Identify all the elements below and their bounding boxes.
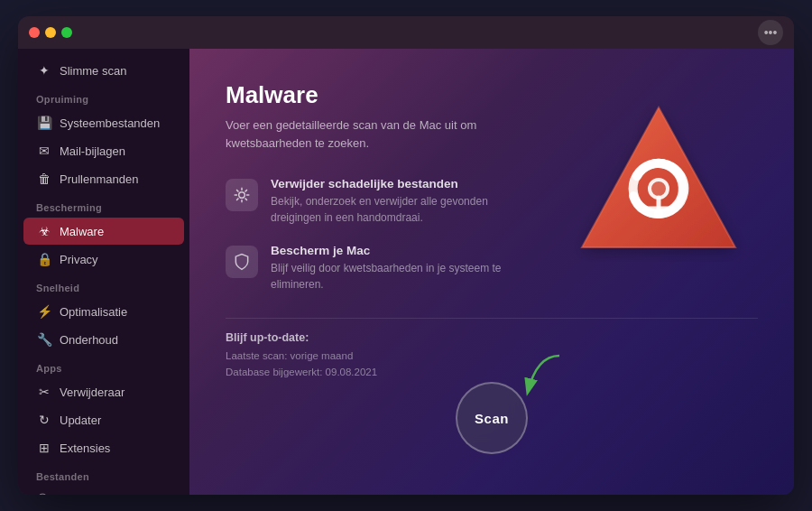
extension-icon: ⊞	[36, 441, 52, 455]
dots-icon: •••	[764, 25, 778, 40]
trash-icon: 🗑	[36, 172, 52, 186]
status-title: Blijf up-to-date:	[226, 331, 758, 344]
sidebar-item-mail-bijlagen[interactable]: ✉ Mail-bijlagen	[23, 137, 184, 164]
bug-icon	[226, 179, 258, 211]
svg-point-1	[650, 180, 668, 198]
feature-protect-title: Bescherm je Mac	[271, 244, 532, 257]
scan-button-area: Scan	[456, 382, 528, 454]
sidebar-item-extensies-label: Extensies	[60, 441, 110, 455]
feature-item-protect: Bescherm je Mac Blijf veilig door kwetsb…	[226, 244, 532, 293]
system-icon: 💾	[36, 116, 52, 130]
section-label-bescherming: Bescherming	[18, 193, 189, 217]
mail-icon: ✉	[36, 144, 52, 158]
more-options-button[interactable]: •••	[758, 20, 783, 45]
feature-remove-text: Verwijder schadelijke bestanden Bekijk, …	[271, 177, 532, 226]
sidebar-item-onderhoud[interactable]: 🔧 Onderhoud	[23, 326, 184, 353]
close-button[interactable]	[29, 27, 40, 38]
feature-item-remove: Verwijder schadelijke bestanden Bekijk, …	[226, 177, 532, 226]
sidebar-item-optimalisatie-label: Optimalisatie	[60, 305, 127, 319]
sidebar-item-slimme-scan[interactable]: ✦ Slimme scan	[23, 57, 184, 84]
remove-icon: ✂	[36, 385, 52, 399]
sidebar-item-malware-label: Malware	[60, 225, 104, 238]
section-label-opruiming: Opruiming	[18, 85, 189, 108]
sidebar-item-prullenmanden-label: Prullenmanden	[60, 172, 138, 186]
status-section: Blijf up-to-date: Laatste scan: vorige m…	[226, 318, 758, 381]
sidebar-item-verwijderaar-label: Verwijderaar	[60, 386, 125, 399]
feature-protect-desc: Blijf veilig door kwetsbaarheden in je s…	[271, 260, 532, 293]
sidebar-item-prullenmanden[interactable]: 🗑 Prullenmanden	[23, 165, 184, 192]
sidebar-item-optimalisatie[interactable]: ⚡ Optimalisatie	[23, 298, 184, 325]
scan-button[interactable]: Scan	[456, 382, 528, 454]
minimize-button[interactable]	[45, 27, 56, 38]
section-label-apps: Apps	[18, 354, 189, 377]
scan-icon: ✦	[36, 63, 52, 78]
feature-remove-desc: Bekijk, onderzoek en verwijder alle gevo…	[271, 193, 532, 226]
sidebar-item-extensies[interactable]: ⊞ Extensies	[23, 434, 184, 461]
sidebar-item-privacy[interactable]: 🔒 Privacy	[23, 246, 184, 273]
last-scan-line: Laatste scan: vorige maand	[226, 348, 758, 364]
feature-remove-title: Verwijder schadelijke bestanden	[271, 177, 532, 190]
page-subtitle: Voer een gedetailleerde scan van de Mac …	[226, 116, 514, 152]
feature-list: Verwijder schadelijke bestanden Bekijk, …	[226, 177, 532, 293]
search-icon: 🔍	[36, 493, 52, 495]
sidebar-item-onderhoud-label: Onderhoud	[60, 333, 118, 347]
traffic-lights	[29, 27, 72, 38]
sidebar-item-verwijderaar[interactable]: ✂ Verwijderaar	[23, 378, 184, 405]
shield-icon	[226, 246, 258, 278]
sidebar: ✦ Slimme scan Opruiming 💾 Systeembestand…	[18, 49, 189, 495]
sidebar-item-systeembestanden[interactable]: 💾 Systeembestanden	[23, 109, 184, 136]
speed-icon: ⚡	[36, 304, 52, 319]
maximize-button[interactable]	[61, 27, 72, 38]
section-label-snelheid: Snelheid	[18, 274, 189, 297]
sidebar-item-updater-label: Updater	[60, 413, 101, 427]
sidebar-item-mail-label: Mail-bijlagen	[60, 144, 125, 158]
app-window: ••• ✦ Slimme scan Opruiming 💾 Systeembes…	[18, 16, 794, 495]
sidebar-item-privacy-label: Privacy	[60, 253, 98, 266]
wrench-icon: 🔧	[36, 332, 52, 347]
main-area: ✦ Slimme scan Opruiming 💾 Systeembestand…	[18, 49, 794, 495]
privacy-icon: 🔒	[36, 252, 52, 266]
sidebar-item-updater[interactable]: ↻ Updater	[23, 406, 184, 433]
sidebar-item-slimme-scan-label: Slimme scan	[60, 64, 126, 78]
sidebar-item-systeembestanden-label: Systeembestanden	[60, 116, 160, 130]
database-line: Database bijgewerkt: 09.08.2021	[226, 364, 758, 380]
sidebar-item-ruimtezoeker-label: Ruimtezoeker	[60, 494, 132, 496]
titlebar: •••	[18, 16, 794, 49]
update-icon: ↻	[36, 413, 52, 427]
sidebar-item-malware[interactable]: ☣ Malware	[23, 218, 184, 245]
section-label-bestanden: Bestanden	[18, 462, 189, 486]
svg-point-0	[239, 192, 245, 199]
biohazard-svg	[568, 98, 749, 270]
sidebar-item-ruimtezoeker[interactable]: 🔍 Ruimtezoeker	[23, 487, 184, 495]
feature-protect-text: Bescherm je Mac Blijf veilig door kwetsb…	[271, 244, 532, 293]
malware-icon: ☣	[36, 224, 52, 238]
main-content: Malware Voer een gedetailleerde scan van…	[189, 49, 794, 495]
biohazard-illustration	[559, 85, 758, 283]
